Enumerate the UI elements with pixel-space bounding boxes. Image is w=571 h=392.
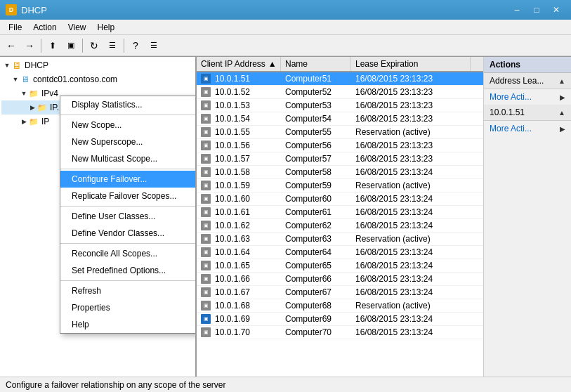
action-title-label-1: Address Lea...: [490, 76, 544, 86]
cell-ip-value: 10.0.1.65: [215, 261, 250, 270]
ctx-help[interactable]: Help: [60, 316, 197, 333]
action-section-title-2[interactable]: 10.0.1.51 ▲: [484, 105, 571, 121]
actions-panel: Actions Address Lea... ▲ More Acti... ▶ …: [483, 57, 571, 377]
list-row[interactable]: ▣ 10.0.1.57 Computer57 16/08/2015 23:13:…: [197, 152, 483, 166]
up-button[interactable]: ⬆: [44, 37, 61, 54]
cell-name: Computer56: [281, 139, 351, 152]
cell-ip: ▣ 10.0.1.70: [197, 326, 281, 339]
cell-lease: 16/08/2015 23:13:23: [351, 72, 483, 85]
show-hide-button[interactable]: ▣: [63, 37, 79, 54]
list-row[interactable]: ▣ 10.0.1.51 Computer51 16/08/2015 23:13:…: [197, 72, 483, 86]
back-button[interactable]: ←: [3, 37, 20, 54]
ctx-reconcile-all-scopes[interactable]: Reconcile All Scopes...: [60, 245, 197, 262]
action-link-more-1[interactable]: More Acti... ▶: [484, 89, 571, 105]
app-icon: D: [6, 4, 17, 15]
col-header-lease[interactable]: Lease Expiration: [351, 57, 471, 71]
list-row[interactable]: ▣ 10.0.1.63 Computer63 Reservation (acti…: [197, 233, 483, 246]
action-section-title-1[interactable]: Address Lea... ▲: [484, 73, 571, 89]
ctx-define-vendor-classes[interactable]: Define Vendor Classes...: [60, 225, 197, 242]
list-row[interactable]: ▣ 10.0.1.64 Computer64 16/08/2015 23:13:…: [197, 246, 483, 259]
export-button[interactable]: ☰: [104, 37, 121, 54]
tree-label-scope2: IP: [41, 117, 49, 126]
close-button[interactable]: ✕: [547, 3, 565, 17]
list-row[interactable]: ▣ 10.0.1.69 Computer69 16/08/2015 23:13:…: [197, 313, 483, 326]
row-pc-icon: ▣: [201, 247, 211, 257]
ctx-refresh[interactable]: Refresh: [60, 282, 197, 299]
ctx-display-statistics[interactable]: Display Statistics...: [60, 96, 197, 113]
list-row[interactable]: ▣ 10.0.1.62 Computer62 16/08/2015 23:13:…: [197, 219, 483, 233]
ctx-new-superscope[interactable]: New Superscope...: [60, 133, 197, 150]
cell-ip: ▣ 10.0.1.69: [197, 313, 281, 325]
list-row[interactable]: ▣ 10.0.1.61 Computer61 16/08/2015 23:13:…: [197, 206, 483, 219]
cell-lease: 16/08/2015 23:13:23: [351, 86, 483, 98]
cell-lease: Reservation (active): [351, 233, 483, 245]
cell-name: Computer65: [281, 259, 351, 272]
list-row[interactable]: ▣ 10.0.1.70 Computer70 16/08/2015 23:13:…: [197, 326, 483, 339]
cell-ip: ▣ 10.0.1.62: [197, 219, 281, 232]
help-button[interactable]: ?: [127, 37, 144, 54]
menu-view[interactable]: View: [63, 20, 92, 34]
ctx-replicate-failover[interactable]: Replicate Failover Scopes...: [60, 188, 197, 204]
ctx-new-multicast-scope[interactable]: New Multicast Scope...: [60, 150, 197, 167]
tree-node-dhcp[interactable]: ▼ 🖥 DHCP: [1, 58, 194, 72]
row-pc-icon: ▣: [201, 261, 211, 270]
cell-name: Computer67: [281, 286, 351, 299]
list-row[interactable]: ▣ 10.0.1.65 Computer65 16/08/2015 23:13:…: [197, 259, 483, 273]
ctx-properties[interactable]: Properties: [60, 299, 197, 316]
cell-ip: ▣ 10.0.1.66: [197, 273, 281, 285]
expand-icon-scope1: ▶: [28, 103, 37, 112]
ctx-sep-1: [60, 115, 197, 115]
action-section-2: 10.0.1.51 ▲ More Acti... ▶: [484, 105, 571, 136]
action-link-more-2[interactable]: More Acti... ▶: [484, 121, 571, 136]
cell-ip-value: 10.0.1.51: [215, 74, 250, 84]
cell-ip-value: 10.0.1.61: [215, 207, 250, 217]
menu-file[interactable]: File: [3, 20, 27, 34]
status-bar: Configure a failover relationship on any…: [0, 377, 571, 392]
status-text: Configure a failover relationship on any…: [6, 380, 226, 390]
col-name-label: Name: [285, 59, 308, 69]
properties-button[interactable]: ☰: [145, 37, 162, 54]
list-row[interactable]: ▣ 10.0.1.68 Computer68 Reservation (acti…: [197, 299, 483, 313]
cell-ip-value: 10.0.1.56: [215, 141, 250, 150]
col-header-ip[interactable]: Client IP Address ▲: [197, 57, 281, 71]
expand-icon-dhcp: ▼: [3, 61, 11, 70]
ctx-new-scope[interactable]: New Scope...: [60, 117, 197, 133]
refresh-button[interactable]: ↻: [86, 37, 103, 54]
list-row[interactable]: ▣ 10.0.1.66 Computer66 16/08/2015 23:13:…: [197, 273, 483, 286]
forward-button[interactable]: →: [21, 37, 38, 54]
ctx-sep-3: [60, 206, 197, 207]
cell-ip: ▣ 10.0.1.56: [197, 139, 281, 152]
list-row[interactable]: ▣ 10.0.1.67 Computer67 16/08/2015 23:13:…: [197, 286, 483, 299]
list-row[interactable]: ▣ 10.0.1.54 Computer54 16/08/2015 23:13:…: [197, 112, 483, 126]
cell-name: Computer62: [281, 219, 351, 232]
cell-ip-value: 10.0.1.54: [215, 114, 250, 124]
tree-node-server[interactable]: ▼ 🖥 contdc01.contoso.com: [1, 72, 194, 86]
ctx-sep-2: [60, 169, 197, 169]
list-row[interactable]: ▣ 10.0.1.56 Computer56 16/08/2015 23:13:…: [197, 139, 483, 152]
row-pc-icon: ▣: [201, 127, 211, 137]
cell-name: Computer54: [281, 112, 351, 125]
dhcp-icon: 🖥: [11, 60, 22, 71]
list-row[interactable]: ▣ 10.0.1.59 Computer59 Reservation (acti…: [197, 179, 483, 192]
list-row[interactable]: ▣ 10.0.1.55 Computer55 Reservation (acti…: [197, 126, 483, 139]
cell-ip: ▣ 10.0.1.55: [197, 126, 281, 138]
cell-ip-value: 10.0.1.57: [215, 154, 250, 164]
col-ip-label: Client IP Address: [201, 59, 265, 69]
maximize-button[interactable]: □: [527, 3, 546, 17]
cell-ip-value: 10.0.1.69: [215, 314, 250, 324]
scope2-folder-icon: 📁: [28, 116, 39, 127]
menu-action[interactable]: Action: [27, 20, 62, 34]
list-row[interactable]: ▣ 10.0.1.53 Computer53 16/08/2015 23:13:…: [197, 99, 483, 112]
menu-help[interactable]: Help: [92, 20, 121, 34]
list-row[interactable]: ▣ 10.0.1.52 Computer52 16/08/2015 23:13:…: [197, 86, 483, 99]
col-scroll: [471, 57, 483, 71]
ctx-set-predefined-options[interactable]: Set Predefined Options...: [60, 262, 197, 279]
minimize-button[interactable]: –: [508, 3, 526, 17]
ctx-configure-failover[interactable]: Configure Failover...: [60, 171, 197, 188]
list-row[interactable]: ▣ 10.0.1.58 Computer58 16/08/2015 23:13:…: [197, 166, 483, 179]
row-pc-icon: ▣: [201, 114, 211, 124]
list-row[interactable]: ▣ 10.0.1.60 Computer60 16/08/2015 23:13:…: [197, 192, 483, 206]
ctx-define-user-classes[interactable]: Define User Classes...: [60, 208, 197, 225]
col-header-name[interactable]: Name: [281, 57, 351, 71]
cell-lease: 16/08/2015 23:13:24: [351, 206, 483, 218]
